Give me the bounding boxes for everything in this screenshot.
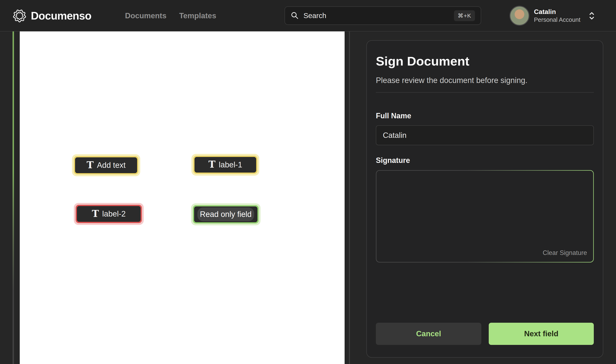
user-name: Catalin — [534, 8, 580, 15]
full-name-label: Full Name — [376, 112, 411, 120]
field-label: label-2 — [102, 209, 126, 218]
panel-title: Sign Document — [376, 54, 469, 68]
chevron-up-down-icon — [588, 11, 596, 21]
logo[interactable]: Documenso — [13, 0, 91, 31]
full-name-input[interactable] — [376, 125, 594, 145]
avatar — [509, 6, 529, 26]
documenso-logo-icon — [13, 9, 26, 23]
search-shortcut-badge: ⌘+K — [454, 10, 475, 21]
top-navbar: Documenso Documents Templates ⌘+K Catali… — [0, 0, 616, 31]
text-field-icon: T — [87, 160, 94, 170]
field-add-text[interactable]: T Add text — [72, 154, 140, 176]
panel-buttons: Cancel Next field — [376, 323, 594, 345]
user-account-type: Personal Account — [534, 17, 580, 23]
clear-signature-button[interactable]: Clear Signature — [543, 249, 587, 257]
sign-document-panel: Sign Document Please review the document… — [366, 40, 603, 358]
user-text: Catalin Personal Account — [534, 8, 580, 23]
app-root: Documenso Documents Templates ⌘+K Catali… — [0, 0, 616, 364]
read-only-tooltip: Read only field — [197, 208, 254, 221]
field-read-only[interactable]: text-3 Read only field — [191, 203, 260, 225]
text-field-icon: T — [92, 209, 99, 218]
field-label-1[interactable]: T label-1 — [192, 154, 259, 176]
search-input[interactable] — [303, 12, 454, 20]
main-nav: Documents Templates — [125, 0, 216, 31]
search-bar[interactable]: ⌘+K — [285, 6, 481, 25]
signature-label: Signature — [376, 156, 410, 165]
search-icon — [291, 12, 299, 20]
document-scroll-indicator[interactable] — [13, 31, 14, 364]
nav-link-templates[interactable]: Templates — [179, 12, 216, 20]
document-panel-divider — [349, 31, 350, 364]
left-rail — [0, 31, 20, 364]
text-field-icon: T — [208, 160, 216, 169]
cancel-button[interactable]: Cancel — [376, 323, 481, 345]
panel-divider — [376, 92, 594, 93]
field-label-2[interactable]: T label-2 — [74, 203, 144, 225]
nav-link-documents[interactable]: Documents — [125, 12, 166, 20]
signature-pad-border: Clear Signature — [376, 170, 594, 262]
field-label: Add text — [97, 161, 125, 170]
logo-text: Documenso — [31, 10, 91, 22]
document-page — [20, 31, 345, 364]
panel-subtitle: Please review the document before signin… — [376, 76, 527, 85]
field-label: label-1 — [219, 160, 242, 169]
user-menu[interactable]: Catalin Personal Account — [509, 0, 596, 31]
next-field-button[interactable]: Next field — [489, 323, 594, 345]
signature-pad[interactable]: Clear Signature — [376, 171, 593, 262]
